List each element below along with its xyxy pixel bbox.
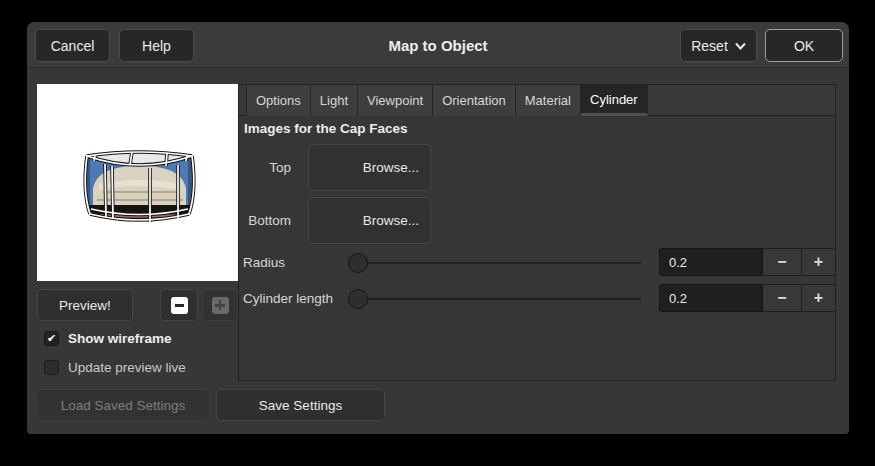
reset-dropdown-button[interactable]: Reset xyxy=(680,29,757,62)
radius-slider[interactable] xyxy=(348,253,641,273)
tab-orientation[interactable]: Orientation xyxy=(433,85,516,116)
update-preview-checkbox[interactable] xyxy=(44,360,59,375)
settings-notebook: Options Light Viewpoint Orientation Mate… xyxy=(238,84,836,381)
reset-label: Reset xyxy=(691,38,728,54)
radius-label: Radius xyxy=(243,255,285,270)
tab-light[interactable]: Light xyxy=(311,85,358,116)
preview-button[interactable]: Preview! xyxy=(37,289,133,321)
zoom-out-button[interactable] xyxy=(160,289,198,321)
help-button[interactable]: Help xyxy=(119,29,194,62)
map-to-object-dialog: Map to Object Cancel Help Reset OK xyxy=(27,22,849,434)
slider-knob[interactable] xyxy=(348,253,368,273)
zoom-out-icon xyxy=(171,297,188,314)
cancel-button[interactable]: Cancel xyxy=(35,29,110,62)
show-wireframe-checkbox[interactable]: ✔ xyxy=(44,331,59,346)
browse-top-button[interactable]: Browse... xyxy=(308,144,431,191)
radius-increment-button[interactable]: + xyxy=(802,248,836,276)
chevron-down-icon xyxy=(735,42,746,50)
slider-track xyxy=(348,298,641,300)
update-preview-row: Update preview live xyxy=(44,359,186,376)
preview-render xyxy=(37,84,238,281)
cylinder-length-label: Cylinder length xyxy=(243,291,333,306)
cylinder-length-decrement-button[interactable]: − xyxy=(763,284,802,312)
titlebar[interactable]: Map to Object Cancel Help Reset OK xyxy=(27,22,849,68)
tab-cylinder[interactable]: Cylinder xyxy=(581,85,648,116)
tab-strip: Options Light Viewpoint Orientation Mate… xyxy=(239,85,835,116)
save-settings-button[interactable]: Save Settings xyxy=(216,389,385,421)
dialog-body: Preview! ✔ Show wireframe Update preview… xyxy=(27,68,849,433)
tab-options[interactable]: Options xyxy=(246,85,311,116)
desktop: Map to Object Cancel Help Reset OK xyxy=(0,0,875,466)
zoom-in-icon xyxy=(212,297,229,314)
show-wireframe-label: Show wireframe xyxy=(68,331,172,346)
cylinder-length-slider[interactable] xyxy=(348,289,641,309)
cylinder-length-spin: − + xyxy=(659,284,836,312)
cylinder-length-input[interactable] xyxy=(659,284,763,312)
cap-faces-heading: Images for the Cap Faces xyxy=(244,121,408,136)
tab-material[interactable]: Material xyxy=(516,85,581,116)
tab-viewpoint[interactable]: Viewpoint xyxy=(358,85,433,116)
radius-spin: − + xyxy=(659,248,836,276)
slider-knob[interactable] xyxy=(348,289,368,309)
radius-decrement-button[interactable]: − xyxy=(763,248,802,276)
bottom-label: Bottom xyxy=(239,213,291,228)
top-label: Top xyxy=(239,160,291,175)
ok-button[interactable]: OK xyxy=(765,29,843,62)
preview-area xyxy=(37,84,238,281)
load-saved-settings-button[interactable]: Load Saved Settings xyxy=(36,389,210,421)
browse-bottom-button[interactable]: Browse... xyxy=(308,197,431,244)
show-wireframe-row: ✔ Show wireframe xyxy=(44,330,172,347)
slider-track xyxy=(348,262,641,264)
radius-input[interactable] xyxy=(659,248,763,276)
update-preview-label: Update preview live xyxy=(68,360,186,375)
zoom-in-button[interactable] xyxy=(202,289,238,321)
cylinder-length-increment-button[interactable]: + xyxy=(802,284,836,312)
